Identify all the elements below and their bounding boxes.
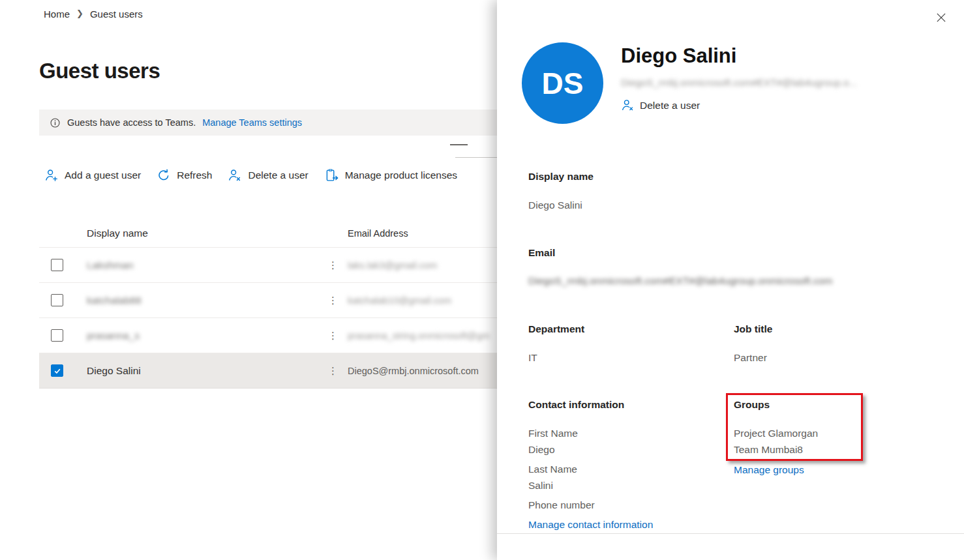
panel-footer-divider (497, 533, 964, 534)
department-label: Department (528, 323, 584, 335)
display-name-value: Diego Salini (528, 199, 582, 211)
row-display-name-redacted: Lakshman (87, 259, 318, 271)
group-item: Team Mumbai8 (734, 444, 803, 456)
refresh-button[interactable]: Refresh (157, 168, 212, 183)
row-display-name: Diego Salini (87, 365, 318, 377)
job-title-value: Partner (734, 352, 767, 364)
obscured-ui-fragment (455, 157, 497, 158)
person-delete-icon (621, 98, 635, 112)
row-checkbox[interactable] (51, 329, 63, 342)
column-header-email[interactable]: Email Address (348, 228, 408, 239)
delete-user-label: Delete a user (248, 169, 308, 181)
panel-user-name: Diego Salini (621, 44, 736, 68)
first-name-value: Diego (528, 444, 555, 456)
row-checkbox[interactable] (51, 294, 63, 306)
more-actions-icon[interactable]: ⋮ (318, 295, 348, 306)
first-name-label: First Name (528, 428, 578, 439)
last-name-label: Last Name (528, 464, 577, 475)
close-icon[interactable] (933, 9, 950, 26)
display-name-label: Display name (528, 171, 594, 183)
chevron-right-icon: ❯ (76, 8, 83, 18)
email-label: Email (528, 247, 555, 259)
row-display-name-redacted: katchalab88 (87, 295, 318, 306)
manage-groups-link[interactable]: Manage groups (734, 464, 804, 476)
avatar-initials: DS (542, 66, 584, 101)
obscured-ui-fragment (450, 144, 468, 145)
banner-message: Guests have access to Teams. (67, 117, 196, 128)
clipboard-arrow-icon (324, 168, 339, 183)
info-icon (50, 117, 61, 128)
manage-contact-information-link[interactable]: Manage contact information (528, 519, 653, 531)
avatar: DS (522, 42, 603, 124)
panel-delete-user-label: Delete a user (640, 100, 700, 111)
row-display-name-redacted: prasanna_s (87, 330, 318, 342)
panel-upn-redacted: DiegoS_rmbj.onmicrosoft.com#EXT#@lab4ugr… (621, 77, 908, 88)
group-item: Project Glamorgan (734, 428, 818, 439)
more-actions-icon[interactable]: ⋮ (318, 330, 348, 342)
add-guest-user-button[interactable]: Add a guest user (44, 168, 141, 183)
last-name-value: Salini (528, 480, 553, 492)
user-detail-panel: DS Diego Salini DiegoS_rmbj.onmicrosoft.… (497, 0, 964, 560)
job-title-label: Job title (734, 323, 772, 335)
contact-information-label: Contact information (528, 399, 624, 411)
guest-users-page: Home ❯ Guest users Guest users Guests ha… (0, 0, 964, 560)
breadcrumb: Home ❯ Guest users (44, 8, 143, 20)
manage-teams-settings-link[interactable]: Manage Teams settings (202, 117, 302, 128)
person-delete-icon (228, 168, 242, 183)
phone-number-label: Phone number (528, 499, 595, 511)
groups-label: Groups (734, 399, 770, 411)
add-guest-user-label: Add a guest user (65, 169, 141, 181)
column-header-display-name[interactable]: Display name (87, 228, 348, 239)
more-actions-icon[interactable]: ⋮ (318, 365, 348, 377)
row-checkbox-checked[interactable] (51, 364, 63, 377)
person-add-icon (44, 168, 59, 183)
panel-delete-user-button[interactable]: Delete a user (621, 98, 700, 112)
page-title: Guest users (39, 59, 160, 83)
department-value: IT (528, 352, 537, 364)
refresh-label: Refresh (177, 169, 212, 181)
manage-product-licenses-button[interactable]: Manage product licenses (324, 168, 457, 183)
delete-user-button[interactable]: Delete a user (228, 168, 308, 183)
email-value-redacted: DiegoS_rmbj.onmicrosoft.com#EXT#@lab4ugr… (528, 275, 881, 287)
manage-product-licenses-label: Manage product licenses (345, 169, 457, 181)
breadcrumb-current: Guest users (90, 8, 143, 20)
row-checkbox[interactable] (51, 259, 63, 271)
command-bar: Add a guest user Refresh Delete a user (44, 164, 457, 186)
refresh-icon (157, 168, 171, 183)
more-actions-icon[interactable]: ⋮ (318, 259, 348, 271)
breadcrumb-home[interactable]: Home (44, 8, 70, 20)
